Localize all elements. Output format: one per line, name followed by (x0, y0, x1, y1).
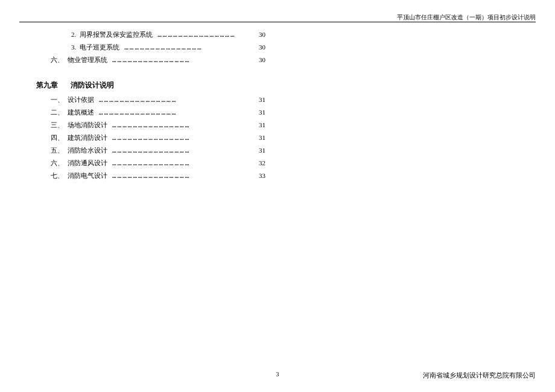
toc-dots: ……………………………………… (112, 134, 254, 142)
toc-page: 33 (259, 172, 265, 179)
toc-dots: ……………………………………… (99, 109, 254, 116)
toc-dots: ……………………………………… (112, 147, 254, 154)
toc-num: 三、 (51, 121, 64, 130)
chapter-label: 第九章 (36, 81, 58, 89)
page-header-title: 平顶山市任庄棚户区改造（一期）项目初步设计说明 (397, 13, 536, 22)
chapter-title: 消防设计说明 (71, 81, 114, 89)
toc-content: 2. 周界报警及保安监控系统 ……………………………………… 30 3. 电子巡… (36, 30, 265, 184)
toc-dots: ……………………………………… (112, 56, 254, 64)
page-number: 3 (276, 371, 279, 378)
toc-page: 30 (259, 56, 265, 63)
toc-title: 周界报警及保安监控系统 (80, 30, 153, 39)
toc-num: 六、 (51, 55, 64, 65)
toc-row: 六、 消防通风设计 ……………………………………… 32 (36, 159, 265, 168)
toc-row: 六、 物业管理系统 ……………………………………… 30 (36, 55, 265, 65)
toc-page: 31 (259, 147, 265, 154)
toc-title: 消防通风设计 (68, 159, 107, 168)
toc-page: 31 (259, 121, 265, 128)
toc-title: 消防给水设计 (68, 146, 107, 155)
toc-page: 30 (259, 31, 265, 38)
footer-organization: 河南省城乡规划设计研究总院有限公司 (423, 371, 536, 380)
toc-row: 二、 建筑概述 ……………………………………… 31 (36, 108, 265, 117)
toc-title: 建筑概述 (68, 108, 94, 117)
toc-num: 四、 (51, 133, 64, 142)
toc-num: 3. (71, 43, 76, 51)
toc-num: 五、 (51, 146, 64, 155)
toc-num: 六、 (51, 159, 64, 168)
toc-row: 3. 电子巡更系统 ……………………………………… 30 (36, 43, 265, 52)
chapter-header: 第九章 消防设计说明 (36, 80, 265, 90)
toc-row: 2. 周界报警及保安监控系统 ……………………………………… 30 (36, 30, 265, 39)
header-divider (19, 22, 536, 22)
toc-dots: ……………………………………… (124, 43, 254, 51)
toc-title: 设计依据 (68, 95, 94, 104)
toc-row: 五、 消防给水设计 ……………………………………… 31 (36, 146, 265, 155)
toc-page: 31 (259, 96, 265, 103)
toc-dots: ……………………………………… (99, 96, 254, 104)
toc-page: 31 (259, 134, 265, 141)
toc-dots: ……………………………………… (112, 121, 254, 129)
toc-num: 七、 (51, 171, 64, 180)
toc-num: 2. (71, 31, 76, 38)
toc-dots: ……………………………………… (157, 31, 254, 39)
toc-dots: ……………………………………… (112, 172, 254, 180)
toc-page: 32 (259, 159, 265, 166)
toc-title: 场地消防设计 (68, 121, 107, 130)
toc-title: 电子巡更系统 (80, 43, 119, 52)
toc-title: 建筑消防设计 (68, 133, 107, 142)
toc-title: 消防电气设计 (68, 171, 107, 180)
toc-row: 四、 建筑消防设计 ……………………………………… 31 (36, 133, 265, 142)
toc-num: 一、 (51, 95, 64, 104)
toc-title: 物业管理系统 (68, 55, 107, 65)
toc-page: 30 (259, 43, 265, 51)
toc-row: 一、 设计依据 ……………………………………… 31 (36, 95, 265, 104)
toc-num: 二、 (51, 108, 64, 117)
toc-dots: ……………………………………… (112, 159, 254, 167)
toc-row: 三、 场地消防设计 ……………………………………… 31 (36, 121, 265, 130)
toc-page: 31 (259, 109, 265, 116)
toc-row: 七、 消防电气设计 ……………………………………… 33 (36, 171, 265, 180)
